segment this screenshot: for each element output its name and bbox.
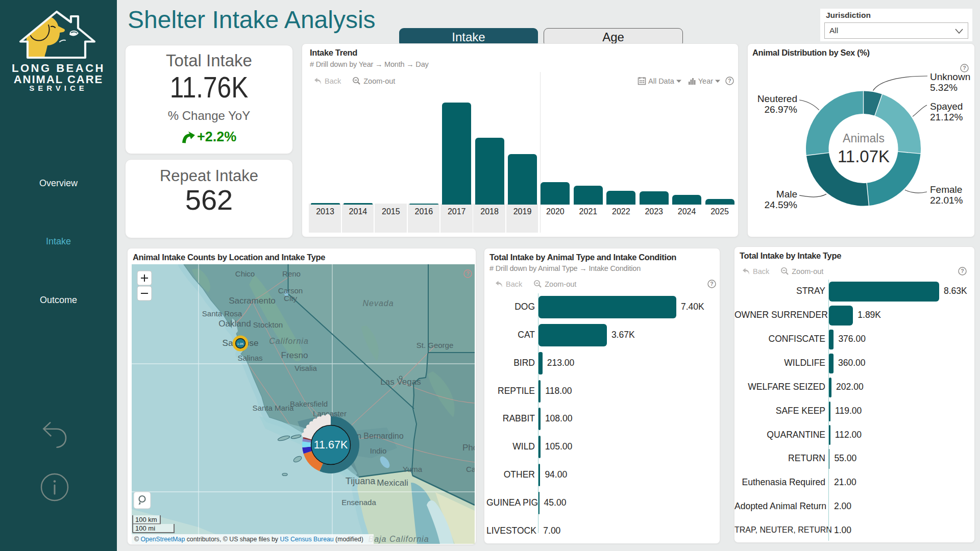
svg-text:California: California bbox=[269, 337, 309, 345]
svg-text:St. George: St. George bbox=[416, 341, 454, 349]
svg-text:1.0K: 1.0K bbox=[237, 342, 243, 345]
svg-text:?: ? bbox=[466, 270, 469, 277]
svg-text:Baja California: Baja California bbox=[368, 535, 429, 543]
svg-text:Oakland: Oakland bbox=[218, 319, 251, 329]
svg-text:?: ? bbox=[961, 268, 964, 274]
svg-text:Phoenix: Phoenix bbox=[462, 443, 475, 453]
svg-text:Casa Gr: Casa Gr bbox=[466, 465, 475, 473]
svg-text:?: ? bbox=[728, 78, 731, 84]
svg-text:Yuma: Yuma bbox=[403, 465, 423, 473]
svg-text:?: ? bbox=[963, 65, 966, 71]
svg-text:Salinas: Salinas bbox=[237, 354, 262, 362]
svg-text:© OpenStreetMap contributors,: © OpenStreetMap contributors, © US shape… bbox=[134, 536, 363, 543]
svg-text:City: City bbox=[284, 294, 297, 303]
svg-text:Reno: Reno bbox=[282, 269, 301, 278]
svg-text:Stockton: Stockton bbox=[253, 320, 283, 329]
svg-text:100 km: 100 km bbox=[135, 516, 157, 523]
svg-text:Mexicali: Mexicali bbox=[377, 478, 408, 488]
svg-text:Sacramento: Sacramento bbox=[229, 296, 276, 306]
svg-text:100 mi: 100 mi bbox=[135, 524, 155, 532]
svg-text:Indio: Indio bbox=[370, 446, 387, 455]
svg-text:Las Vegas: Las Vegas bbox=[380, 377, 421, 387]
svg-text:Tijuana: Tijuana bbox=[346, 476, 376, 486]
svg-text:Bakersfield: Bakersfield bbox=[290, 399, 328, 408]
svg-text:Visalia: Visalia bbox=[295, 364, 317, 372]
svg-text:Santa Maria: Santa Maria bbox=[253, 404, 295, 412]
svg-text:Ensenada: Ensenada bbox=[341, 498, 376, 507]
svg-text:?: ? bbox=[710, 281, 713, 287]
svg-text:11.67K: 11.67K bbox=[314, 439, 348, 451]
svg-text:Fresno: Fresno bbox=[281, 350, 308, 360]
svg-text:Chico: Chico bbox=[235, 269, 255, 278]
svg-text:Nevada: Nevada bbox=[362, 299, 394, 308]
svg-text:Santa Rosa: Santa Rosa bbox=[202, 309, 242, 318]
